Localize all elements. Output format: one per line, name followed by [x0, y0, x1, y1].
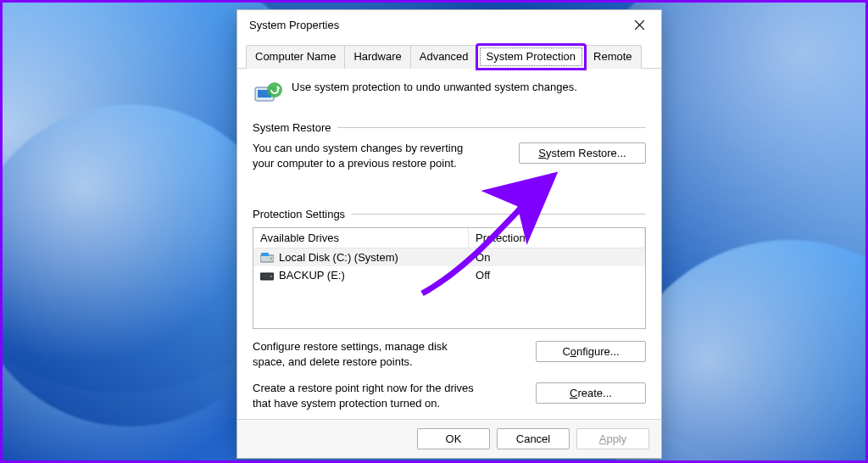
drive-protection: On [469, 248, 645, 266]
drives-table-header: Available Drives Protection [253, 228, 645, 248]
drive-name: Local Disk (C:) (System) [279, 251, 398, 264]
titlebar: System Properties [237, 10, 661, 39]
col-available-drives: Available Drives [253, 228, 469, 248]
col-protection: Protection [469, 228, 645, 248]
system-protection-icon [253, 79, 283, 109]
svg-point-9 [270, 276, 272, 277]
system-restore-button[interactable]: System Restore... [519, 142, 646, 164]
group-system-restore-label: System Restore [253, 121, 331, 134]
group-protection-settings: Protection Settings [253, 208, 646, 220]
configure-desc: Configure restore settings, manage disk … [253, 339, 481, 369]
group-system-restore: System Restore [253, 121, 646, 134]
svg-rect-6 [261, 253, 269, 256]
dialog-footer: OK Cancel Apply [237, 419, 661, 458]
svg-point-4 [267, 82, 282, 98]
table-row[interactable]: Local Disk (C:) (System) On [253, 248, 645, 266]
cancel-button[interactable]: Cancel [497, 428, 570, 449]
create-button[interactable]: Create... [536, 382, 646, 404]
tab-computer-name[interactable]: Computer Name [246, 45, 345, 69]
drive-icon [260, 271, 274, 281]
intro-text: Use system protection to undo unwanted s… [292, 79, 577, 93]
svg-point-7 [270, 258, 272, 259]
close-icon [635, 20, 644, 30]
group-protection-settings-label: Protection Settings [253, 208, 345, 220]
tab-system-protection[interactable]: System Protection [477, 45, 586, 69]
close-button[interactable] [624, 13, 654, 36]
create-desc: Create a restore point right now for the… [253, 381, 481, 410]
tab-hardware[interactable]: Hardware [344, 45, 410, 69]
drive-protection: Off [469, 266, 645, 284]
drive-name: BACKUP (E:) [279, 269, 345, 282]
configure-button[interactable]: Configure... [536, 341, 646, 362]
drives-table[interactable]: Available Drives Protection Local Disk (… [253, 227, 646, 329]
tab-advanced[interactable]: Advanced [410, 45, 478, 69]
restore-desc: You can undo system changes by reverting… [253, 141, 481, 170]
system-properties-dialog: System Properties Computer Name Hardware… [236, 9, 662, 459]
tab-bar: Computer Name Hardware Advanced System P… [237, 44, 661, 69]
table-row[interactable]: BACKUP (E:) Off [253, 266, 645, 284]
ok-button[interactable]: OK [417, 428, 490, 449]
apply-button: Apply [576, 428, 649, 449]
tab-remote[interactable]: Remote [584, 45, 642, 69]
window-title: System Properties [249, 19, 339, 31]
system-drive-icon [260, 253, 274, 263]
intro-row: Use system protection to undo unwanted s… [253, 79, 646, 109]
